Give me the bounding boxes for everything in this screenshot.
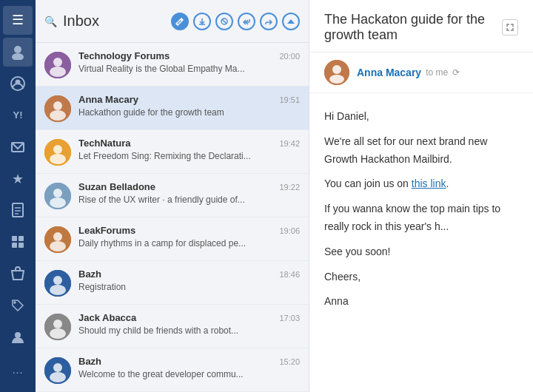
nav-tags[interactable] (3, 291, 33, 320)
svg-point-31 (53, 189, 62, 197)
message-sender: Bazh (78, 356, 101, 367)
message-sender: TechNatura (78, 138, 131, 149)
block-button[interactable] (215, 13, 233, 30)
download-button[interactable] (193, 13, 211, 30)
message-time: 15:20 (279, 357, 300, 366)
avatar (44, 314, 71, 340)
nav-hamburger[interactable]: ☰ (3, 6, 33, 35)
svg-line-19 (222, 19, 227, 24)
avatar (44, 226, 71, 253)
svg-point-41 (50, 328, 66, 339)
message-item[interactable]: Anna Macary 19:51 Hackathon guide for th… (36, 87, 309, 130)
message-item[interactable]: LeakForums 19:06 Daily rhythms in a camp… (36, 217, 309, 261)
message-subject: Virtual Reality is the Global Empathy Ma… (78, 64, 300, 74)
svg-point-53 (329, 75, 344, 84)
svg-point-35 (50, 241, 66, 251)
svg-point-37 (53, 276, 62, 285)
message-content: Suzan Belladone 19:22 Rise of the UX wri… (78, 181, 300, 205)
message-content: Bazh 15:20 Welcome to the great develope… (78, 356, 300, 379)
message-sender: Bazh (78, 268, 101, 280)
message-subject: Should my child be friends with a robot.… (78, 325, 300, 336)
main-container: 🔍 Inbox (36, 0, 533, 392)
this-link[interactable]: this link (412, 178, 446, 189)
message-sender: Suzan Belladone (78, 181, 155, 192)
avatar (44, 52, 71, 78)
sender-to: to me (426, 67, 448, 78)
avatar (44, 183, 71, 209)
detail-panel: The Hackaton guide for the growth team (309, 0, 533, 392)
message-top: TechNatura 19:42 (78, 138, 300, 149)
message-item[interactable]: Technology Forums 20:00 Virtual Reality … (36, 43, 309, 87)
svg-point-28 (53, 145, 62, 154)
email-subject-title: The Hackaton guide for the growth team (324, 12, 495, 43)
svg-rect-11 (12, 243, 17, 248)
svg-point-32 (50, 197, 66, 208)
inbox-title: Inbox (63, 13, 171, 30)
svg-point-44 (50, 372, 66, 382)
svg-point-52 (332, 65, 341, 74)
avatar (44, 357, 71, 384)
message-sender: LeakForums (78, 225, 135, 236)
email-line2: You can join us on this link. (324, 175, 518, 193)
message-time: 18:46 (279, 270, 300, 279)
sender-avatar (324, 60, 349, 85)
message-sender: Anna Macary (78, 94, 138, 105)
message-top: LeakForums 19:06 (78, 225, 300, 236)
message-content: Anna Macary 19:51 Hackathon guide for th… (78, 94, 300, 118)
nav-inbox[interactable] (3, 132, 33, 161)
nav-more[interactable]: ··· (3, 357, 33, 386)
email-meta: Anna Macary to me ⟳ (309, 53, 533, 93)
nav-star[interactable]: ★ (3, 164, 33, 193)
message-item[interactable]: Bazh 18:46 Registration (36, 261, 309, 305)
nav-avatar[interactable] (3, 38, 33, 67)
svg-rect-9 (12, 236, 17, 241)
svg-point-22 (53, 58, 62, 67)
message-subject: Daily rhythms in a camp for displaced pe… (78, 238, 300, 249)
email-greeting: Hi Daniel, (324, 108, 518, 126)
svg-point-1 (12, 53, 24, 60)
more-actions-button[interactable] (282, 13, 300, 30)
compose-button[interactable] (171, 13, 189, 30)
nav-person-bottom[interactable] (3, 322, 33, 351)
message-content: TechNatura 19:42 Let Freedom Sing: Remix… (78, 138, 300, 161)
message-time: 19:22 (279, 183, 300, 192)
message-time: 20:00 (279, 52, 300, 61)
svg-marker-20 (287, 19, 295, 24)
email-body: Hi Daniel, We're all set for our next br… (309, 93, 533, 392)
message-top: Bazh 15:20 (78, 356, 300, 367)
reply-all-button[interactable] (238, 13, 255, 30)
email-line2-prefix: You can join us on (324, 178, 412, 189)
message-item[interactable]: Bazh 15:20 Welcome to the great develope… (36, 348, 309, 392)
email-line4: See you soon! (324, 243, 518, 261)
nav-user-circle[interactable] (3, 70, 33, 98)
message-subject: Welcome to the great developer commu... (78, 369, 300, 379)
sender-name: Anna Macary (357, 67, 421, 78)
message-top: Bazh 18:46 (78, 268, 300, 280)
message-item[interactable]: Suzan Belladone 19:22 Rise of the UX wri… (36, 174, 309, 217)
nav-docs[interactable] (3, 196, 33, 225)
email-line5: Cheers, (324, 268, 518, 286)
svg-rect-10 (19, 236, 24, 241)
nav-yahoo[interactable]: Y! (3, 101, 33, 129)
svg-point-29 (50, 154, 66, 164)
message-item[interactable]: TechNatura 19:42 Let Freedom Sing: Remix… (36, 130, 309, 174)
email-line3: If you wanna know the top main tips to r… (324, 200, 518, 236)
message-content: Bazh 18:46 Registration (78, 268, 300, 292)
inbox-header: 🔍 Inbox (36, 0, 309, 43)
message-top: Jack Abacca 17:03 (78, 312, 300, 323)
svg-point-0 (14, 46, 21, 53)
forward-button[interactable] (260, 13, 278, 30)
message-item[interactable]: Jack Abacca 17:03 Should my child be fri… (36, 305, 309, 348)
expand-button[interactable] (502, 19, 518, 36)
message-sender: Jack Abacca (78, 312, 136, 323)
email-line2-suffix: . (446, 178, 449, 189)
message-top: Anna Macary 19:51 (78, 94, 300, 105)
svg-point-25 (53, 101, 62, 110)
message-subject: Hackathon guide for the growth team (78, 107, 300, 118)
message-time: 19:06 (279, 226, 300, 235)
reply-indicator: ⟳ (452, 67, 460, 78)
nav-grid[interactable] (3, 228, 33, 257)
avatar (44, 270, 71, 297)
nav-shop[interactable] (3, 260, 33, 288)
message-subject: Let Freedom Sing: Remixing the Declarati… (78, 151, 300, 161)
